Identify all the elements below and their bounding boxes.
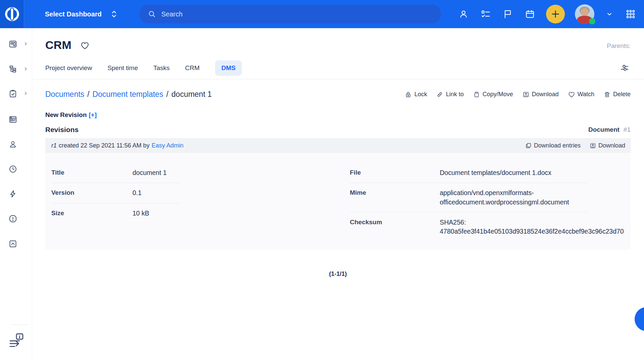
detail-value: SHA256: 4780a5fee3f41b4e05103d9318524e36… — [440, 218, 586, 236]
search-bar[interactable] — [139, 5, 441, 23]
sidebar — [0, 28, 32, 362]
dashboard-icon — [8, 40, 17, 49]
new-revision-label: New Revision — [45, 111, 87, 118]
sidebar-item-updates[interactable] — [0, 236, 32, 252]
app-logo[interactable] — [0, 0, 24, 28]
calendar-button[interactable] — [524, 8, 536, 20]
revisions-heading: Revisions — [45, 126, 78, 134]
detail-row-size: Size 10 kB — [51, 203, 179, 223]
delete-button[interactable]: Delete — [603, 91, 631, 98]
download-label: Download — [532, 91, 559, 98]
sidebar-item-time[interactable] — [0, 161, 32, 177]
main-content: CRM Parents: Project overview Spent time… — [32, 28, 644, 362]
detail-row-file: File Document templates/document 1.docx — [350, 163, 587, 183]
revision-actions: Download entries Download — [525, 142, 625, 149]
breadcrumb-document-templates-link[interactable]: Document templates — [93, 90, 163, 99]
detail-value: document 1 — [132, 168, 179, 177]
revision-id: r1 — [51, 142, 57, 149]
quick-add-button[interactable] — [546, 5, 565, 23]
download-entries-button[interactable]: Download entries — [525, 142, 581, 149]
tab-tasks[interactable]: Tasks — [153, 60, 170, 76]
download-button[interactable]: Download — [522, 91, 559, 98]
revision-card: r1 created 22 Sep 2021 11:56 AM by Easy … — [45, 138, 631, 250]
search-input[interactable] — [161, 10, 423, 18]
revision-author-link[interactable]: Easy Admin — [152, 142, 183, 149]
sidebar-item-quick-actions[interactable] — [0, 186, 32, 202]
breadcrumb-current-document: document 1 — [171, 90, 212, 99]
document-number: #1 — [624, 126, 631, 133]
download-icon — [589, 142, 596, 149]
profile-menu-caret[interactable] — [604, 9, 614, 19]
pagination-indicator: (1-1/1) — [45, 270, 631, 278]
sidebar-item-pages[interactable] — [0, 111, 32, 127]
easy-redmine-logo-icon — [4, 6, 20, 22]
delete-label: Delete — [613, 91, 631, 98]
sidebar-item-dashboards[interactable] — [0, 36, 32, 52]
new-revision-link[interactable]: New Revision[+] — [45, 111, 97, 119]
breadcrumb-documents-link[interactable]: Documents — [45, 90, 84, 99]
detail-value: 10 kB — [132, 209, 179, 218]
download-entries-icon — [525, 142, 532, 149]
online-status-dot — [589, 18, 595, 24]
tab-project-overview[interactable]: Project overview — [45, 60, 92, 76]
lock-button[interactable]: Lock — [405, 91, 427, 98]
revision-download-button[interactable]: Download — [589, 142, 625, 149]
tasks-checklist-button[interactable] — [480, 8, 492, 20]
sidebar-item-users[interactable] — [0, 136, 32, 152]
detail-label: Title — [51, 168, 132, 177]
document-reference: Document #1 — [588, 126, 631, 133]
revision-details: Title document 1 Version 0.1 Size 10 kB … — [45, 153, 631, 250]
topbar-actions — [458, 0, 637, 28]
dashboard-selector[interactable]: Select Dashboard — [45, 10, 118, 18]
revision-created-text: created 22 Sep 2021 11:56 AM by — [59, 142, 150, 149]
user-menu-button[interactable] — [458, 8, 470, 20]
link-icon — [436, 91, 443, 98]
lock-label: Lock — [414, 91, 427, 98]
detail-value: 0.1 — [132, 188, 179, 197]
flag-button[interactable] — [502, 8, 514, 20]
project-header: CRM Parents: — [45, 28, 631, 54]
detail-row-checksum: Checksum SHA256: 4780a5fee3f41b4e05103d9… — [350, 213, 587, 242]
tab-dms[interactable]: DMS — [215, 60, 242, 76]
copy-move-label: Copy/Move — [483, 91, 513, 98]
favorite-heart-icon[interactable] — [80, 41, 90, 50]
user-avatar[interactable] — [575, 4, 594, 24]
link-to-label: Link to — [446, 91, 464, 98]
apps-grid-button[interactable] — [625, 8, 637, 20]
copy-icon — [473, 91, 480, 98]
revisions-header-row: Revisions Document #1 — [45, 126, 631, 134]
tab-settings-button[interactable] — [619, 62, 630, 73]
revision-card-header: r1 created 22 Sep 2021 11:56 AM by Easy … — [45, 138, 631, 153]
sidebar-divider — [11, 324, 29, 325]
revision-meta: r1 created 22 Sep 2021 11:56 AM by Easy … — [51, 142, 183, 149]
detail-label: Size — [51, 209, 132, 218]
link-to-button[interactable]: Link to — [436, 91, 464, 98]
sidebar-item-tasks[interactable] — [0, 85, 32, 102]
sidebar-help-exit-button[interactable] — [8, 332, 25, 349]
flag-icon — [503, 9, 513, 19]
project-tabs: Project overview Spent time Tasks CRM DM… — [45, 60, 631, 76]
tab-spent-time[interactable]: Spent time — [107, 60, 138, 76]
revision-details-left: Title document 1 Version 0.1 Size 10 kB — [51, 163, 179, 223]
revision-download-label: Download — [598, 142, 625, 149]
header-divider — [32, 79, 644, 79]
user-icon — [8, 140, 17, 149]
parents-label: Parents: — [607, 42, 631, 50]
sidebar-item-projects-tree[interactable] — [0, 61, 32, 77]
tab-crm[interactable]: CRM — [185, 60, 200, 76]
grid-apps-icon — [626, 9, 636, 19]
breadcrumb-separator: / — [87, 90, 89, 99]
copy-move-button[interactable]: Copy/Move — [473, 91, 513, 98]
chevron-up-square-icon — [8, 239, 17, 248]
watch-button[interactable]: Watch — [568, 91, 594, 98]
revision-details-right: File Document templates/document 1.docx … — [350, 163, 587, 241]
sidebar-item-alerts[interactable] — [0, 210, 32, 227]
detail-row-title: Title document 1 — [51, 163, 179, 183]
detail-row-mime: Mime application/vnd.openxmlformats-offi… — [350, 183, 587, 213]
document-toolbar-row: Documents / Document templates / documen… — [45, 90, 631, 99]
info-exit-icon — [8, 332, 25, 349]
lock-icon — [405, 91, 412, 98]
new-revision-plus: [+] — [89, 111, 97, 118]
detail-value: Document templates/document 1.docx — [440, 168, 586, 177]
detail-label: File — [350, 168, 440, 177]
